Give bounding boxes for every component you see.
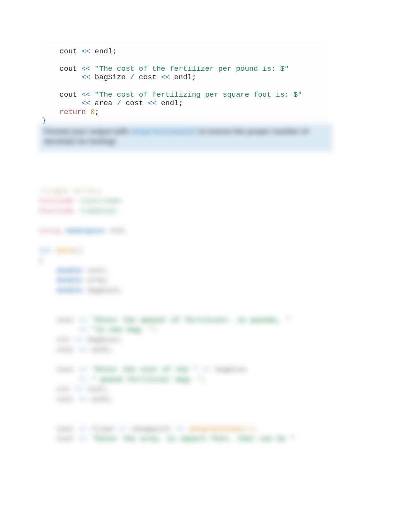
code-block-visible: cout << endl; cout << "The cost of the f… — [42, 42, 328, 131]
code-line-8: return 0; — [42, 108, 99, 116]
blurred-region: Format your output with setprecision(2) … — [39, 124, 333, 452]
code-line-6: cout << "The cost of fertilizing per squ… — [42, 90, 302, 99]
code-line-7: << area / cost << endl; — [42, 99, 183, 107]
blurred-code: //Logic errors. #include <iostream> #inc… — [39, 186, 333, 444]
code-line-3: cout << "The cost of the fertilizer per … — [42, 65, 289, 73]
page: cout << endl; cout << "The cost of the f… — [0, 0, 411, 532]
code-pre: cout << endl; cout << "The cost of the f… — [42, 47, 328, 125]
code-line-4: << bagSize / cost << endl; — [42, 73, 196, 82]
code-line-9: } — [42, 116, 46, 125]
code-line-1: cout << endl; — [42, 47, 117, 56]
